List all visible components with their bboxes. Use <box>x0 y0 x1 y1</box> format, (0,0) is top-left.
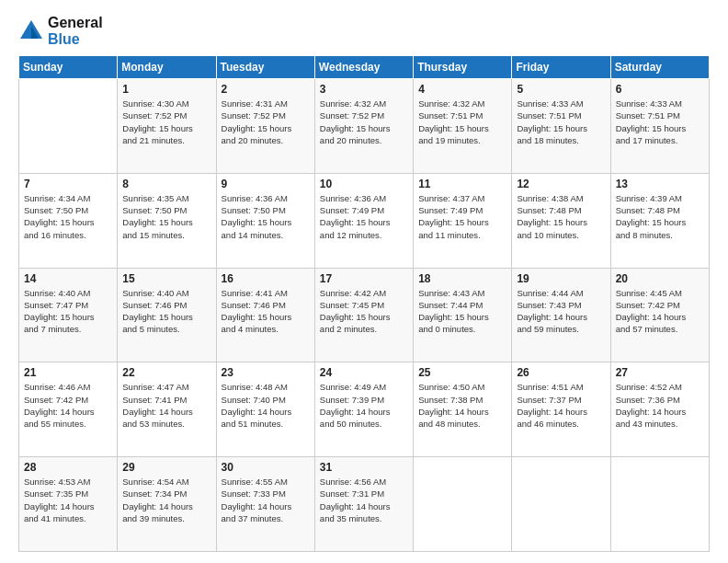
calendar-cell: 14Sunrise: 4:40 AMSunset: 7:47 PMDayligh… <box>19 268 118 362</box>
dow-header: Monday <box>118 56 216 79</box>
calendar-week-row: 21Sunrise: 4:46 AMSunset: 7:42 PMDayligh… <box>19 362 710 457</box>
day-number: 4 <box>418 83 506 96</box>
logo: General Blue <box>18 15 103 48</box>
calendar-cell <box>512 457 610 552</box>
calendar: SundayMondayTuesdayWednesdayThursdayFrid… <box>18 55 710 552</box>
day-info: Sunrise: 4:52 AMSunset: 7:36 PMDaylight:… <box>616 381 704 430</box>
calendar-cell: 20Sunrise: 4:45 AMSunset: 7:42 PMDayligh… <box>610 268 709 362</box>
day-number: 6 <box>616 83 704 96</box>
day-info: Sunrise: 4:49 AMSunset: 7:39 PMDaylight:… <box>320 381 408 430</box>
day-info: Sunrise: 4:32 AMSunset: 7:52 PMDaylight:… <box>320 98 408 146</box>
calendar-week-row: 14Sunrise: 4:40 AMSunset: 7:47 PMDayligh… <box>19 268 710 362</box>
calendar-cell <box>19 79 118 174</box>
calendar-week-row: 28Sunrise: 4:53 AMSunset: 7:35 PMDayligh… <box>19 457 710 552</box>
calendar-cell: 30Sunrise: 4:55 AMSunset: 7:33 PMDayligh… <box>216 457 314 552</box>
day-number: 26 <box>517 366 605 379</box>
calendar-cell: 28Sunrise: 4:53 AMSunset: 7:35 PMDayligh… <box>19 457 118 552</box>
page: General Blue SundayMondayTuesdayWednesda… <box>0 0 728 563</box>
day-number: 16 <box>222 272 310 285</box>
day-number: 22 <box>122 366 210 379</box>
dow-header: Sunday <box>19 56 118 79</box>
dow-header: Thursday <box>414 56 512 79</box>
day-number: 23 <box>222 366 310 379</box>
calendar-cell <box>610 457 709 552</box>
header: General Blue <box>18 15 710 48</box>
day-number: 30 <box>222 461 310 474</box>
day-number: 5 <box>517 83 605 96</box>
dow-header: Friday <box>512 56 610 79</box>
day-info: Sunrise: 4:54 AMSunset: 7:34 PMDaylight:… <box>122 476 210 524</box>
day-number: 18 <box>418 272 506 285</box>
day-info: Sunrise: 4:53 AMSunset: 7:35 PMDaylight:… <box>24 476 112 524</box>
calendar-cell: 13Sunrise: 4:39 AMSunset: 7:48 PMDayligh… <box>610 173 709 268</box>
day-number: 2 <box>222 83 310 96</box>
day-info: Sunrise: 4:32 AMSunset: 7:51 PMDaylight:… <box>418 98 506 146</box>
calendar-cell: 2Sunrise: 4:31 AMSunset: 7:52 PMDaylight… <box>216 79 314 174</box>
day-info: Sunrise: 4:43 AMSunset: 7:44 PMDaylight:… <box>418 287 506 336</box>
dow-header: Saturday <box>610 56 709 79</box>
day-number: 12 <box>517 178 605 190</box>
calendar-week-row: 7Sunrise: 4:34 AMSunset: 7:50 PMDaylight… <box>19 173 710 268</box>
day-number: 9 <box>222 178 310 190</box>
day-number: 3 <box>320 83 408 96</box>
day-number: 24 <box>320 366 408 379</box>
calendar-cell: 6Sunrise: 4:33 AMSunset: 7:51 PMDaylight… <box>610 79 709 174</box>
day-number: 19 <box>517 272 605 285</box>
day-info: Sunrise: 4:55 AMSunset: 7:33 PMDaylight:… <box>222 476 310 524</box>
day-number: 20 <box>616 272 704 285</box>
calendar-cell <box>414 457 512 552</box>
calendar-cell: 26Sunrise: 4:51 AMSunset: 7:37 PMDayligh… <box>512 362 610 457</box>
day-info: Sunrise: 4:33 AMSunset: 7:51 PMDaylight:… <box>517 98 605 146</box>
calendar-cell: 1Sunrise: 4:30 AMSunset: 7:52 PMDaylight… <box>118 79 216 174</box>
calendar-cell: 18Sunrise: 4:43 AMSunset: 7:44 PMDayligh… <box>414 268 512 362</box>
calendar-cell: 15Sunrise: 4:40 AMSunset: 7:46 PMDayligh… <box>118 268 216 362</box>
day-info: Sunrise: 4:30 AMSunset: 7:52 PMDaylight:… <box>122 98 210 146</box>
day-number: 10 <box>320 178 408 190</box>
calendar-cell: 16Sunrise: 4:41 AMSunset: 7:46 PMDayligh… <box>216 268 314 362</box>
calendar-cell: 24Sunrise: 4:49 AMSunset: 7:39 PMDayligh… <box>314 362 413 457</box>
calendar-cell: 25Sunrise: 4:50 AMSunset: 7:38 PMDayligh… <box>414 362 512 457</box>
calendar-cell: 9Sunrise: 4:36 AMSunset: 7:50 PMDaylight… <box>216 173 314 268</box>
calendar-body: 1Sunrise: 4:30 AMSunset: 7:52 PMDaylight… <box>19 79 710 552</box>
day-info: Sunrise: 4:48 AMSunset: 7:40 PMDaylight:… <box>222 381 310 430</box>
calendar-cell: 5Sunrise: 4:33 AMSunset: 7:51 PMDaylight… <box>512 79 610 174</box>
day-info: Sunrise: 4:34 AMSunset: 7:50 PMDaylight:… <box>24 192 112 241</box>
calendar-cell: 19Sunrise: 4:44 AMSunset: 7:43 PMDayligh… <box>512 268 610 362</box>
day-number: 1 <box>122 83 210 96</box>
day-info: Sunrise: 4:36 AMSunset: 7:49 PMDaylight:… <box>320 192 408 241</box>
day-number: 17 <box>320 272 408 285</box>
dow-header: Tuesday <box>216 56 314 79</box>
day-info: Sunrise: 4:38 AMSunset: 7:48 PMDaylight:… <box>517 192 605 241</box>
day-info: Sunrise: 4:39 AMSunset: 7:48 PMDaylight:… <box>616 192 704 241</box>
calendar-cell: 4Sunrise: 4:32 AMSunset: 7:51 PMDaylight… <box>414 79 512 174</box>
day-info: Sunrise: 4:50 AMSunset: 7:38 PMDaylight:… <box>418 381 506 430</box>
day-number: 15 <box>122 272 210 285</box>
day-info: Sunrise: 4:35 AMSunset: 7:50 PMDaylight:… <box>122 192 210 241</box>
calendar-cell: 22Sunrise: 4:47 AMSunset: 7:41 PMDayligh… <box>118 362 216 457</box>
day-info: Sunrise: 4:56 AMSunset: 7:31 PMDaylight:… <box>320 476 408 524</box>
day-number: 7 <box>24 178 112 190</box>
calendar-cell: 10Sunrise: 4:36 AMSunset: 7:49 PMDayligh… <box>314 173 413 268</box>
day-number: 25 <box>418 366 506 379</box>
calendar-cell: 7Sunrise: 4:34 AMSunset: 7:50 PMDaylight… <box>19 173 118 268</box>
day-number: 29 <box>122 461 210 474</box>
calendar-cell: 17Sunrise: 4:42 AMSunset: 7:45 PMDayligh… <box>314 268 413 362</box>
calendar-cell: 11Sunrise: 4:37 AMSunset: 7:49 PMDayligh… <box>414 173 512 268</box>
day-number: 28 <box>24 461 112 474</box>
calendar-cell: 8Sunrise: 4:35 AMSunset: 7:50 PMDaylight… <box>118 173 216 268</box>
dow-header: Wednesday <box>314 56 413 79</box>
day-number: 21 <box>24 366 112 379</box>
day-info: Sunrise: 4:47 AMSunset: 7:41 PMDaylight:… <box>122 381 210 430</box>
days-of-week-row: SundayMondayTuesdayWednesdayThursdayFrid… <box>19 56 710 79</box>
day-number: 13 <box>616 178 704 190</box>
logo-text: General Blue <box>48 15 103 48</box>
calendar-cell: 31Sunrise: 4:56 AMSunset: 7:31 PMDayligh… <box>314 457 413 552</box>
day-info: Sunrise: 4:51 AMSunset: 7:37 PMDaylight:… <box>517 381 605 430</box>
day-number: 11 <box>418 178 506 190</box>
day-info: Sunrise: 4:40 AMSunset: 7:47 PMDaylight:… <box>24 287 112 336</box>
calendar-cell: 21Sunrise: 4:46 AMSunset: 7:42 PMDayligh… <box>19 362 118 457</box>
calendar-cell: 29Sunrise: 4:54 AMSunset: 7:34 PMDayligh… <box>118 457 216 552</box>
day-info: Sunrise: 4:33 AMSunset: 7:51 PMDaylight:… <box>616 98 704 146</box>
day-info: Sunrise: 4:42 AMSunset: 7:45 PMDaylight:… <box>320 287 408 336</box>
calendar-week-row: 1Sunrise: 4:30 AMSunset: 7:52 PMDaylight… <box>19 79 710 174</box>
